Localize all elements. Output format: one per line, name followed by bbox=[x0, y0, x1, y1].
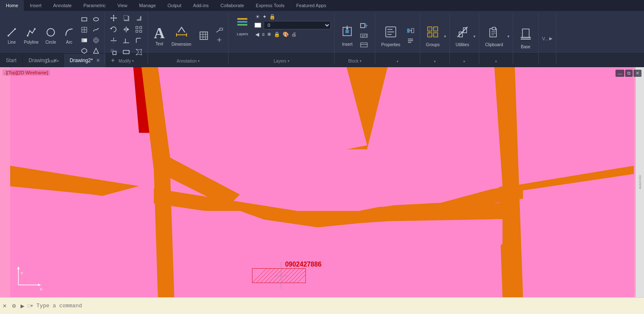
properties-group-label[interactable]: ▾ bbox=[397, 60, 398, 63]
utilities-dropdown-arrow[interactable]: ▾ bbox=[473, 34, 475, 39]
layer-lock-icon[interactable]: 🔒 bbox=[268, 13, 276, 20]
define-attrib-button[interactable]: ATT bbox=[358, 31, 371, 40]
arc-button[interactable]: Arc bbox=[61, 26, 78, 46]
match-prop-button[interactable] bbox=[405, 27, 416, 36]
draw-group-label[interactable]: Draw ▾ bbox=[46, 59, 58, 63]
block-group-label[interactable]: Block ▾ bbox=[348, 59, 361, 63]
circle-label: Circle bbox=[45, 40, 56, 44]
center-mark-button[interactable] bbox=[214, 36, 225, 45]
rectangle-button[interactable] bbox=[79, 15, 89, 25]
layer-select[interactable]: 0 bbox=[264, 21, 331, 29]
close-view-button[interactable]: ✕ bbox=[634, 70, 641, 77]
move-icon bbox=[110, 14, 117, 23]
block-editor-button[interactable] bbox=[358, 41, 371, 50]
rotate-button[interactable] bbox=[108, 25, 119, 35]
layer-icons-row2: ◀ ≡ ❄ 🔒 🎨 🖨 bbox=[254, 31, 331, 38]
clipboard-button[interactable]: Clipboard bbox=[483, 24, 506, 48]
trim-icon bbox=[110, 37, 117, 46]
line-button[interactable]: Line bbox=[3, 26, 20, 46]
utilities-button[interactable]: Utilities bbox=[453, 24, 472, 48]
gradient-button[interactable] bbox=[79, 36, 89, 46]
clipboard-group-label[interactable]: ▾ bbox=[495, 60, 497, 63]
text-button[interactable]: A Text bbox=[151, 24, 167, 47]
hatch-button[interactable] bbox=[79, 26, 89, 35]
command-settings-button[interactable]: ⚙ bbox=[9, 301, 19, 311]
modify-col3 bbox=[133, 13, 144, 58]
restore-view-button[interactable]: ⧉ bbox=[625, 70, 633, 77]
layer-properties-button[interactable]: Layers bbox=[232, 14, 253, 37]
trim-button[interactable] bbox=[108, 36, 119, 47]
ribbon-tab-insert[interactable]: Insert bbox=[24, 0, 47, 11]
fillet-button[interactable] bbox=[133, 36, 144, 47]
layer-lock2-icon[interactable]: 🔒 bbox=[273, 31, 281, 38]
layers-group-label[interactable]: Layers ▾ bbox=[274, 59, 289, 63]
ribbon-tab-manage[interactable]: Manage bbox=[133, 0, 162, 11]
create-block-button[interactable] bbox=[358, 22, 371, 31]
spline-button[interactable] bbox=[91, 26, 101, 35]
minimize-view-button[interactable]: — bbox=[615, 70, 624, 77]
ribbon-tab-featured[interactable]: Featured Apps bbox=[290, 0, 332, 11]
ribbon-group-more: V... ▶ bbox=[539, 13, 557, 64]
ribbon-tab-collaborate[interactable]: Collaborate bbox=[215, 0, 250, 11]
groups-button[interactable]: Groups bbox=[423, 24, 442, 48]
groups-dropdown-arrow[interactable]: ▾ bbox=[444, 34, 446, 39]
table-button[interactable] bbox=[195, 29, 212, 43]
svg-rect-59 bbox=[361, 24, 365, 28]
view-label: -][Top][2D Wireframe] bbox=[3, 70, 50, 76]
donut-button[interactable] bbox=[91, 36, 101, 46]
ribbon-tab-express[interactable]: Express Tools bbox=[250, 0, 290, 11]
utilities-group-label[interactable]: ▾ bbox=[463, 60, 465, 63]
annotation-group-label[interactable]: Annotation ▾ bbox=[177, 59, 200, 63]
scale-button[interactable] bbox=[108, 47, 119, 58]
svg-marker-39 bbox=[136, 49, 142, 55]
ribbon-group-properties: Properties ▾ bbox=[375, 13, 420, 64]
copy-button[interactable] bbox=[121, 13, 132, 24]
ribbon-tab-view[interactable]: View bbox=[112, 0, 133, 11]
layer-freeze-icon[interactable]: ❄ bbox=[266, 31, 272, 38]
mleader-button[interactable] bbox=[214, 26, 225, 35]
stretch-button[interactable] bbox=[121, 47, 132, 58]
utilities-icon bbox=[456, 25, 469, 42]
svg-rect-38 bbox=[140, 30, 142, 32]
insert-button[interactable]: Insert bbox=[338, 24, 356, 48]
mirror-button[interactable] bbox=[121, 25, 132, 35]
ribbon-tab-parametric[interactable]: Parametric bbox=[78, 0, 112, 11]
ribbon-tab-addins[interactable]: Add-ins bbox=[187, 0, 215, 11]
region-button[interactable] bbox=[79, 47, 89, 56]
ribbon-tab-home[interactable]: Home bbox=[0, 0, 24, 11]
clipboard-label: Clipboard bbox=[485, 42, 503, 47]
annotation-dropdown-arrow: ▾ bbox=[198, 59, 200, 63]
explode-button[interactable] bbox=[133, 47, 144, 58]
command-close-button[interactable]: ✕ bbox=[0, 301, 9, 311]
modify-tools bbox=[108, 13, 144, 58]
modify-group-label[interactable]: Modify ▾ bbox=[119, 59, 134, 63]
layer-all-icon[interactable]: ≡ bbox=[261, 31, 265, 38]
circle-button[interactable]: Circle bbox=[42, 26, 59, 46]
layer-print-icon[interactable]: 🖨 bbox=[291, 31, 297, 38]
extend-button[interactable] bbox=[121, 36, 132, 47]
dimension-button[interactable]: Dimension bbox=[169, 24, 194, 48]
groups-group-label[interactable]: ▾ bbox=[434, 60, 436, 63]
properties-button[interactable]: Properties bbox=[379, 24, 403, 48]
offset-button[interactable] bbox=[133, 13, 144, 24]
clipboard-dropdown-arrow[interactable]: ▾ bbox=[507, 34, 509, 39]
revision-button[interactable] bbox=[91, 47, 101, 56]
polyline-icon bbox=[26, 27, 36, 39]
list-button[interactable] bbox=[405, 37, 416, 45]
layer-star-icon[interactable]: ✦ bbox=[262, 13, 267, 20]
ribbon-tab-output[interactable]: Output bbox=[162, 0, 187, 11]
layer-sun-icon[interactable]: ☀ bbox=[254, 13, 261, 20]
svg-rect-49 bbox=[220, 28, 223, 30]
base-button[interactable]: Base bbox=[517, 26, 535, 50]
command-input[interactable] bbox=[35, 303, 644, 309]
groups-group-dropdown-arrow: ▾ bbox=[434, 60, 436, 63]
ellipse-button[interactable] bbox=[91, 15, 101, 25]
layer-color2-icon[interactable]: 🎨 bbox=[282, 31, 290, 38]
ribbon-tab-annotate[interactable]: Annotate bbox=[47, 0, 78, 11]
layer-prev-icon[interactable]: ◀ bbox=[254, 31, 260, 38]
polyline-button[interactable]: Polyline bbox=[22, 26, 41, 46]
move-button[interactable] bbox=[108, 13, 119, 24]
array-button[interactable] bbox=[133, 25, 144, 35]
more-arrow[interactable]: ▶ bbox=[549, 36, 553, 41]
canvas-area[interactable]: -][Top][2D Wireframe] bbox=[0, 67, 644, 297]
